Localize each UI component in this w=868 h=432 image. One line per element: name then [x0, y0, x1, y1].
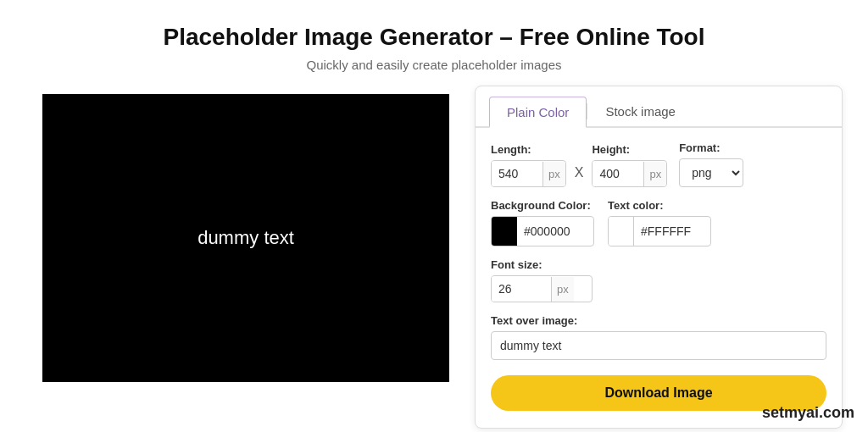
text-color-group: Text color: [608, 199, 711, 246]
format-label: Format: [679, 141, 743, 154]
controls-body: Length: px X Height: px Format: [476, 128, 842, 428]
text-color-label: Text color: [608, 199, 711, 212]
font-size-input-group: px [491, 275, 593, 302]
format-group: Format: png jpg webp gif [679, 141, 743, 187]
watermark: setmyai.com [762, 404, 854, 422]
main-content: dummy text Plain Color Stock image Lengt… [0, 86, 868, 432]
page-subtitle: Quickly and easily create placeholder im… [17, 58, 851, 72]
font-size-group: Font size: px [491, 258, 826, 302]
length-group: Length: px [491, 143, 566, 187]
font-size-label: Font size: [491, 258, 826, 271]
text-color-input-group [608, 216, 711, 246]
text-color-swatch[interactable] [609, 217, 634, 246]
height-input-group: px [592, 160, 667, 187]
height-input[interactable] [593, 161, 643, 186]
bg-color-swatch[interactable] [492, 217, 517, 246]
tab-stock-image[interactable]: Stock image [587, 97, 693, 126]
text-over-input[interactable] [491, 331, 826, 360]
length-input-group: px [491, 160, 566, 187]
format-select[interactable]: png jpg webp gif [679, 158, 743, 187]
text-color-text-input[interactable] [634, 219, 710, 244]
length-label: Length: [491, 143, 566, 156]
color-row: Background Color: Text color: [491, 199, 826, 246]
text-over-label: Text over image: [491, 314, 826, 327]
tab-plain-color[interactable]: Plain Color [489, 97, 587, 128]
text-over-group: Text over image: [491, 314, 826, 360]
font-size-input[interactable] [492, 276, 551, 302]
preview-section: dummy text [25, 86, 466, 390]
bg-color-input-group [491, 216, 594, 246]
size-format-row: Length: px X Height: px Format: [491, 141, 826, 187]
length-unit: px [542, 162, 565, 186]
x-separator: X [575, 165, 584, 187]
length-input[interactable] [492, 161, 542, 186]
preview-image: dummy text [42, 94, 449, 382]
font-size-unit: px [551, 277, 574, 302]
bg-color-text-input[interactable] [517, 219, 593, 244]
bg-color-group: Background Color: [491, 199, 594, 246]
controls-panel: Plain Color Stock image Length: px X Hei… [475, 86, 843, 429]
tabs-container: Plain Color Stock image [476, 86, 842, 128]
bg-color-label: Background Color: [491, 199, 594, 212]
preview-text: dummy text [198, 227, 294, 249]
height-unit: px [643, 162, 666, 186]
page-title: Placeholder Image Generator – Free Onlin… [17, 24, 851, 51]
height-label: Height: [592, 143, 667, 156]
page-header: Placeholder Image Generator – Free Onlin… [0, 0, 868, 86]
height-group: Height: px [592, 143, 667, 187]
